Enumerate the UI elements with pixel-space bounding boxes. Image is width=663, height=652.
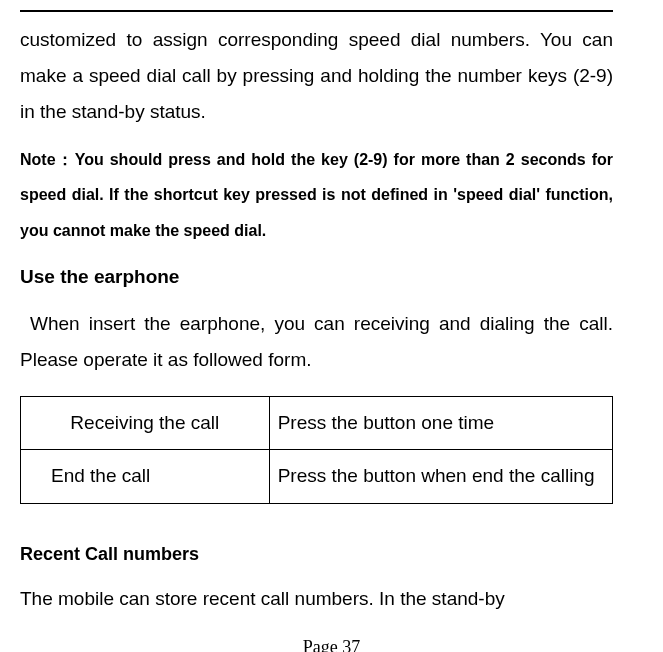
note-text: Note：You should press and hold the key (… <box>20 142 613 248</box>
page-number: Page 37 <box>0 637 663 652</box>
paragraph-speed-dial: customized to assign corresponding speed… <box>20 22 613 130</box>
page-content: customized to assign corresponding speed… <box>0 12 663 615</box>
table-row: End the call Press the button when end t… <box>21 450 613 503</box>
paragraph-earphone: When insert the earphone, you can receiv… <box>20 306 613 378</box>
table-cell-action: End the call <box>21 450 270 503</box>
table-cell-instruction: Press the button when end the calling <box>269 450 612 503</box>
heading-use-earphone: Use the earphone <box>20 266 613 288</box>
table-row: Receiving the call Press the button one … <box>21 397 613 450</box>
table-cell-instruction: Press the button one time <box>269 397 612 450</box>
table-cell-action: Receiving the call <box>21 397 270 450</box>
earphone-table: Receiving the call Press the button one … <box>20 396 613 504</box>
paragraph-recent-calls: The mobile can store recent call numbers… <box>20 583 613 615</box>
heading-recent-calls: Recent Call numbers <box>20 544 613 565</box>
